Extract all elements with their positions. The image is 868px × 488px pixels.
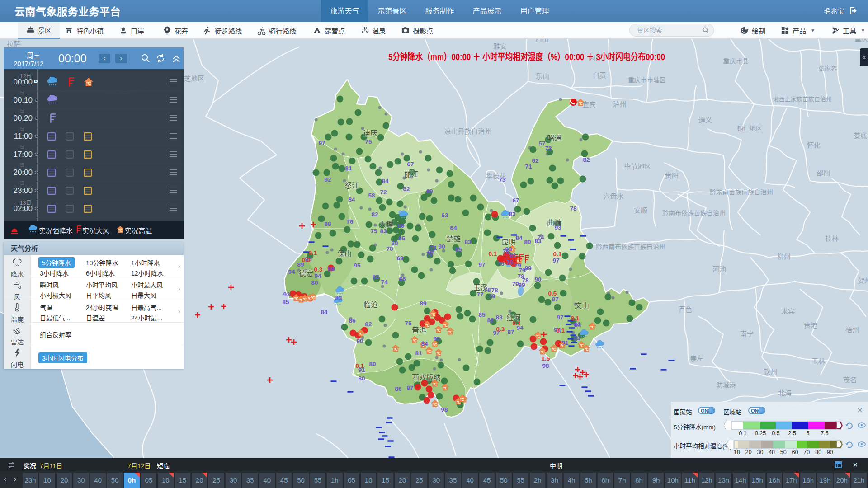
svg-text:83: 83 (509, 211, 516, 217)
svg-text:梧州: 梧州 (845, 326, 859, 333)
svg-text:67: 67 (512, 197, 519, 204)
svg-text:73: 73 (499, 176, 506, 183)
svg-text:0.1: 0.1 (571, 315, 580, 322)
svg-text:82: 82 (372, 273, 379, 280)
svg-text:97: 97 (478, 261, 485, 268)
svg-text:重庆市县: 重庆市县 (723, 57, 749, 65)
svg-text:87: 87 (406, 385, 413, 391)
svg-text:99: 99 (524, 265, 531, 272)
svg-text:昆明: 昆明 (501, 238, 516, 246)
svg-text:82: 82 (365, 321, 372, 328)
svg-text:94: 94 (574, 322, 581, 328)
svg-text:普洱: 普洱 (412, 326, 426, 334)
svg-text:80: 80 (369, 361, 376, 367)
svg-text:河池: 河池 (712, 265, 726, 273)
svg-text:文山: 文山 (575, 302, 589, 310)
svg-text:65: 65 (455, 246, 462, 253)
svg-text:大理: 大理 (379, 221, 393, 228)
svg-text:82: 82 (371, 211, 378, 218)
svg-text:宜宾: 宜宾 (582, 101, 596, 108)
svg-text:钦州: 钦州 (764, 368, 777, 375)
svg-text:93: 93 (283, 291, 290, 298)
svg-text:84: 84 (321, 309, 328, 315)
svg-text:10: 10 (734, 449, 740, 455)
svg-text:69: 69 (426, 188, 433, 195)
svg-text:86: 86 (395, 385, 402, 392)
svg-text:70: 70 (386, 245, 393, 252)
svg-text:保山: 保山 (337, 250, 352, 258)
svg-text:5分钟降水（mm）00:00 ＋ 小时平均相对湿度（%）00: 5分钟降水（mm）00:00 ＋ 小时平均相对湿度（%）00:00 ＋ 3小时闪… (388, 52, 665, 62)
svg-text:83: 83 (464, 239, 472, 245)
svg-text:柳州: 柳州 (777, 253, 791, 260)
svg-text:88: 88 (487, 317, 494, 324)
svg-text:0.3: 0.3 (496, 326, 505, 333)
svg-text:黔东南苗族侗族自治州: 黔东南苗族侗族自治州 (710, 188, 773, 196)
svg-text:临沧: 临沧 (363, 301, 378, 309)
svg-text:62: 62 (532, 157, 538, 164)
svg-text:72: 72 (380, 189, 387, 196)
svg-text:铜仁地区: 铜仁地区 (737, 125, 762, 132)
svg-text:84: 84 (382, 178, 389, 184)
svg-text:93: 93 (554, 224, 561, 231)
svg-text:雅安: 雅安 (493, 42, 507, 50)
svg-text:0.1: 0.1 (513, 320, 521, 327)
svg-text:西双版纳: 西双版纳 (412, 374, 441, 381)
svg-text:0.1: 0.1 (557, 327, 565, 334)
svg-text:拉萨: 拉萨 (7, 40, 20, 48)
svg-text:黔南布依族苗族自治州: 黔南布依族苗族自治州 (662, 209, 726, 216)
svg-text:97: 97 (557, 314, 563, 321)
svg-text:张家界: 张家界 (818, 65, 837, 72)
svg-text:迪庆: 迪庆 (363, 129, 377, 137)
svg-text:90: 90 (356, 338, 363, 344)
svg-text:67: 67 (407, 161, 414, 168)
svg-text:91: 91 (561, 339, 569, 346)
svg-text:90: 90 (433, 335, 440, 342)
svg-text:0.1: 0.1 (489, 250, 497, 257)
svg-text:89: 89 (420, 300, 426, 307)
svg-text:90: 90 (827, 449, 833, 455)
svg-text:66: 66 (399, 276, 406, 282)
svg-text:贺州: 贺州 (858, 277, 868, 284)
svg-text:75: 75 (497, 260, 505, 267)
svg-text:80: 80 (311, 279, 318, 286)
svg-text:89: 89 (328, 266, 335, 272)
svg-text:北海: 北海 (778, 389, 792, 397)
svg-text:0.1: 0.1 (356, 362, 364, 369)
svg-text:83: 83 (534, 238, 542, 244)
svg-text:62: 62 (403, 186, 410, 192)
svg-text:℃: ℃ (86, 81, 91, 86)
svg-text:贵阳: 贵阳 (665, 172, 679, 179)
svg-text:83: 83 (335, 295, 342, 301)
svg-text:95: 95 (354, 262, 361, 269)
svg-text:98: 98 (542, 362, 549, 369)
svg-text:81: 81 (509, 252, 517, 259)
svg-text:72: 72 (545, 145, 552, 152)
svg-text:76: 76 (506, 259, 514, 266)
svg-text:79: 79 (512, 281, 519, 287)
svg-text:百色: 百色 (679, 305, 692, 313)
svg-text:0.5: 0.5 (548, 290, 557, 297)
svg-text:88: 88 (324, 221, 331, 227)
svg-text:93: 93 (573, 335, 580, 342)
svg-text:凉山彝族自治州: 凉山彝族自治州 (444, 127, 491, 135)
svg-text:怒江: 怒江 (344, 182, 359, 189)
svg-text:75: 75 (365, 138, 372, 145)
svg-text:63: 63 (441, 212, 448, 219)
svg-text:桂林: 桂林 (825, 235, 839, 242)
svg-text:丽江: 丽江 (404, 170, 419, 178)
svg-text:85: 85 (282, 299, 289, 305)
svg-text:77: 77 (476, 291, 483, 298)
svg-text:98: 98 (441, 406, 448, 413)
svg-text:97: 97 (318, 140, 325, 146)
svg-text:六盘水: 六盘水 (603, 192, 623, 200)
svg-text:79: 79 (488, 293, 495, 300)
svg-text:泸州: 泸州 (613, 100, 627, 108)
svg-text:84: 84 (421, 340, 428, 347)
svg-text:75: 75 (370, 228, 377, 235)
svg-text:84: 84 (348, 196, 355, 203)
svg-text:57: 57 (538, 140, 545, 147)
svg-text:南宁: 南宁 (740, 330, 754, 338)
svg-text:70: 70 (803, 449, 810, 455)
svg-text:毕节地区: 毕节地区 (624, 163, 651, 170)
svg-text:94: 94 (314, 272, 321, 279)
